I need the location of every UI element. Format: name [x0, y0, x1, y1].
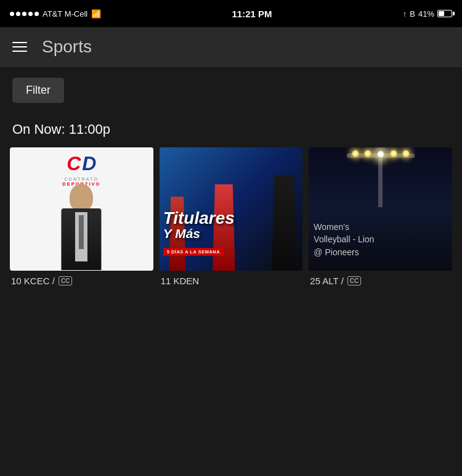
on-now-label: On Now: 11:00p	[0, 114, 462, 147]
signal-dot-5	[34, 12, 39, 16]
light-bulb-3	[390, 150, 397, 157]
titulares-line1: Titulares	[163, 210, 235, 227]
bluetooth-icon: B	[410, 9, 415, 18]
cd-logo: C D	[67, 154, 96, 173]
hamburger-line-1	[12, 42, 27, 43]
light-bulbs-row	[352, 150, 410, 158]
nav-bar: Sports	[0, 27, 462, 67]
signal-dots	[10, 12, 39, 16]
light-pole	[378, 158, 383, 207]
signal-dot-4	[28, 12, 33, 16]
card-3-cc-badge: CC	[347, 276, 361, 285]
card-3-image: Women'sVolleyball - Lion@ Pioneers	[309, 147, 452, 271]
light-bulb-4	[402, 150, 410, 157]
volleyball-show-title: Women'sVolleyball - Lion@ Pioneers	[314, 221, 447, 258]
cinco-dias-badge: 5 DÍAS A LA SEMANA	[163, 248, 224, 256]
time-display: 11:21 PM	[232, 9, 272, 19]
card-3-channel: 25 ALT / CC	[309, 271, 452, 286]
card-1-bg: C D CONTRATO DEPORTIVO	[10, 147, 153, 271]
signal-dot-1	[10, 12, 14, 16]
filter-button[interactable]: Filter	[12, 78, 64, 103]
card-2-bg: Titulares Y Más 5 DÍAS A LA SEMANA	[160, 147, 303, 271]
wifi-icon: 📶	[91, 9, 101, 18]
light-bulb-2	[364, 150, 371, 157]
card-3-channel-text: 25 ALT /	[310, 276, 344, 286]
card-1-channel-text: 10 KCEC /	[11, 276, 55, 286]
status-left: AT&T M-Cell 📶	[10, 9, 101, 18]
card-1-cc-badge: CC	[59, 276, 72, 285]
light-bulb-center	[376, 150, 385, 158]
person-silhouette	[24, 181, 139, 271]
light-bulb-1	[352, 150, 359, 157]
battery-icon	[437, 10, 452, 17]
carrier-label: AT&T M-Cell	[43, 9, 87, 18]
titulares-title: Titulares Y Más	[163, 210, 235, 240]
card-titulares[interactable]: Titulares Y Más 5 DÍAS A LA SEMANA 11 KD…	[160, 147, 303, 286]
card-volleyball[interactable]: Women'sVolleyball - Lion@ Pioneers 25 AL…	[309, 147, 452, 286]
hamburger-line-2	[12, 46, 27, 47]
card-3-bg: Women'sVolleyball - Lion@ Pioneers	[309, 147, 452, 271]
cd-contrato: CONTRATO	[62, 177, 100, 181]
volleyball-text-overlay: Women'sVolleyball - Lion@ Pioneers	[314, 221, 447, 258]
card-2-image: Titulares Y Más 5 DÍAS A LA SEMANA	[160, 147, 303, 271]
stadium-light-assembly	[347, 154, 415, 207]
cd-logo-d: D	[82, 154, 96, 173]
person-tie	[79, 215, 84, 249]
person-head	[70, 184, 93, 211]
card-2-channel-text: 11 KDEN	[161, 276, 200, 286]
page-title: Sports	[42, 37, 92, 57]
cd-logo-c: C	[67, 154, 81, 173]
filter-area: Filter	[0, 67, 462, 114]
card-1-channel: 10 KCEC / CC	[10, 271, 153, 286]
status-right: ↑ B 41%	[403, 9, 452, 18]
battery-percent: 41%	[418, 9, 434, 18]
location-icon: ↑	[403, 9, 407, 18]
hamburger-line-3	[12, 51, 27, 52]
hamburger-menu-button[interactable]	[12, 42, 27, 52]
card-2-channel: 11 KDEN	[160, 271, 303, 286]
card-contrato-deportivo[interactable]: C D CONTRATO DEPORTIVO	[10, 147, 153, 286]
person-right-silhouette	[272, 175, 296, 271]
signal-dot-2	[16, 12, 20, 16]
titulares-line2: Y Más	[163, 227, 235, 240]
status-bar: AT&T M-Cell 📶 11:21 PM ↑ B 41%	[0, 0, 462, 27]
signal-dot-3	[22, 12, 26, 16]
card-1-image: C D CONTRATO DEPORTIVO	[10, 147, 153, 271]
cards-container: C D CONTRATO DEPORTIVO	[0, 147, 462, 286]
